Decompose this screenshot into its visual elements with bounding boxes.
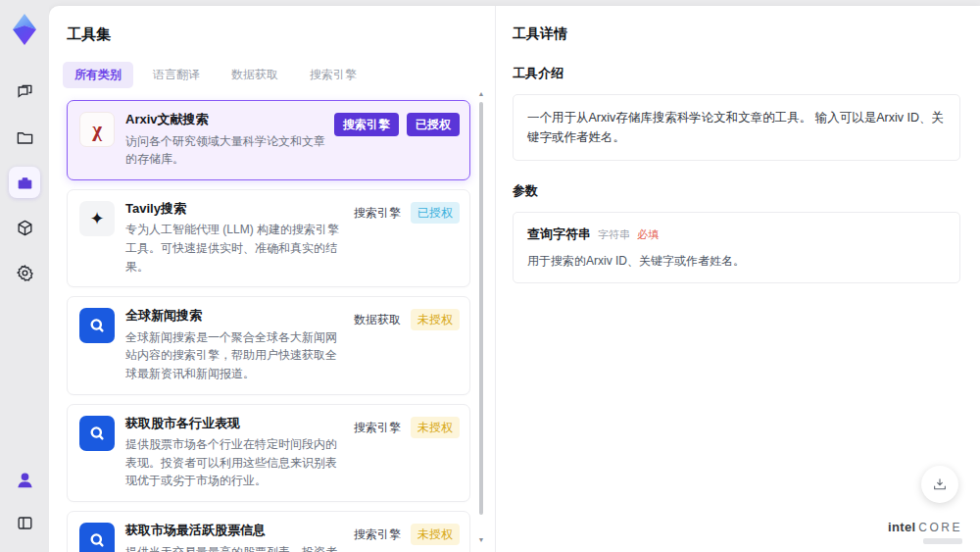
tool-title: 获取市场最活跃股票信息	[125, 523, 344, 538]
auth-status-badge: 已授权	[407, 113, 460, 136]
list-scrollbar[interactable]: ▲ ▼	[477, 90, 485, 544]
param-box: 查询字符串 字符串 必填 用于搜索的Arxiv ID、关键字或作者姓名。	[513, 212, 960, 283]
folder-icon	[16, 128, 34, 147]
category-badge: 搜索引擎	[352, 202, 403, 224]
param-type: 字符串	[598, 227, 630, 242]
tool-detail-panel: 工具详情 工具介绍 一个用于从Arxiv存储库搜索科学论文和文章的工具。 输入可…	[496, 6, 980, 552]
detail-title: 工具详情	[513, 25, 960, 43]
sidebar-item-files[interactable]	[9, 122, 40, 153]
cube-icon	[16, 219, 34, 237]
param-required-flag: 必填	[637, 227, 659, 242]
sidebar-item-account[interactable]	[9, 464, 40, 495]
tab-all-categories[interactable]: 所有类别	[63, 62, 133, 88]
tool-title: 全球新闻搜索	[125, 308, 344, 324]
param-description: 用于搜索的Arxiv ID、关键字或作者姓名。	[527, 252, 946, 270]
auth-status-badge: 未授权	[411, 309, 460, 330]
chat-icon	[16, 83, 34, 102]
intro-text: 一个用于从Arxiv存储库搜索科学论文和文章的工具。 输入可以是Arxiv ID…	[527, 108, 946, 147]
tool-title: Arxiv文献搜索	[125, 112, 326, 127]
search-app-icon	[79, 308, 115, 343]
category-badge: 搜索引擎	[334, 113, 399, 136]
tool-card-global-news[interactable]: 全球新闻搜索 全球新闻搜索是一个聚合全球各大新闻网站内容的搜索引擎，帮助用户快速…	[67, 296, 470, 394]
processor-badge	[923, 538, 962, 544]
toolbox-icon	[16, 174, 34, 192]
auth-status-badge: 未授权	[411, 417, 460, 438]
intel-brand-text: intel	[888, 520, 915, 534]
category-tabs: 所有类别 语言翻译 数据获取 搜索引擎	[63, 62, 495, 88]
sidebar-item-toolbox[interactable]	[9, 167, 40, 198]
tool-card-most-active-stocks[interactable]: 获取市场最活跃股票信息 提供当天交易量最高的股票列表，投资者可以利用这些信息来识…	[67, 511, 470, 552]
scroll-up-icon[interactable]: ▲	[477, 90, 485, 98]
intro-heading: 工具介绍	[513, 65, 960, 82]
tool-title: 获取股市各行业表现	[125, 416, 344, 431]
tab-search-engine[interactable]: 搜索引擎	[298, 62, 368, 88]
category-badge: 数据获取	[352, 309, 403, 330]
core-brand-text: CORE	[918, 521, 962, 534]
scrollbar-thumb[interactable]	[479, 102, 483, 515]
sidebar-item-panel-toggle[interactable]	[9, 507, 40, 538]
tool-description: 提供股票市场各个行业在特定时间段内的表现。投资者可以利用这些信息来识别表现优于或…	[125, 435, 344, 490]
user-icon	[16, 471, 34, 489]
download-icon	[932, 477, 948, 492]
params-heading: 参数	[513, 182, 960, 200]
category-badge: 搜索引擎	[352, 524, 403, 545]
gear-icon	[16, 264, 34, 282]
sidebar-item-settings[interactable]	[9, 257, 40, 288]
tool-card-tavily[interactable]: ✦ Tavily搜索 专为人工智能代理 (LLM) 构建的搜索引擎工具。可快速提…	[67, 189, 470, 287]
tool-card-sector-performance[interactable]: 获取股市各行业表现 提供股票市场各个行业在特定时间段内的表现。投资者可以利用这些…	[67, 404, 470, 502]
sidebar-item-chat[interactable]	[9, 76, 40, 108]
main-window: 工具集 所有类别 语言翻译 数据获取 搜索引擎 χ Arxiv文献搜索 访问各个…	[49, 6, 980, 552]
arxiv-logo-icon: χ	[79, 112, 115, 147]
page-title: 工具集	[67, 25, 495, 44]
scroll-down-icon[interactable]: ▼	[477, 536, 485, 544]
tab-language-translation[interactable]: 语言翻译	[141, 62, 212, 88]
param-name: 查询字符串	[527, 226, 591, 243]
app-logo-icon	[10, 13, 39, 46]
tool-description: 专为人工智能代理 (LLM) 构建的搜索引擎工具。可快速提供实时、准确和真实的结…	[125, 221, 344, 276]
tool-title: Tavily搜索	[125, 201, 344, 217]
auth-status-badge: 已授权	[411, 202, 460, 224]
search-app-icon	[79, 416, 115, 451]
auth-status-badge: 未授权	[411, 524, 460, 545]
category-badge: 搜索引擎	[352, 417, 403, 438]
tool-description: 访问各个研究领域大量科学论文和文章的存储库。	[125, 132, 326, 169]
tab-data-fetch[interactable]: 数据获取	[220, 62, 290, 88]
tavily-star-icon: ✦	[79, 201, 115, 236]
tool-card-arxiv[interactable]: χ Arxiv文献搜索 访问各个研究领域大量科学论文和文章的存储库。 搜索引擎 …	[67, 100, 470, 180]
search-app-icon	[79, 523, 115, 552]
tool-card-list: χ Arxiv文献搜索 访问各个研究领域大量科学论文和文章的存储库。 搜索引擎 …	[67, 100, 470, 552]
intro-box: 一个用于从Arxiv存储库搜索科学论文和文章的工具。 输入可以是Arxiv ID…	[513, 94, 960, 161]
download-button[interactable]	[921, 466, 958, 503]
intel-core-logo: intel CORE	[888, 520, 962, 534]
app-rail	[0, 0, 49, 552]
panel-toggle-icon	[16, 514, 34, 532]
tool-description: 提供当天交易量最高的股票列表，投资者可以利用这些信息来识别流动性强的股票和潜在的…	[125, 543, 344, 552]
sidebar-item-packages[interactable]	[9, 212, 40, 243]
tool-description: 全球新闻搜索是一个聚合全球各大新闻网站内容的搜索引擎，帮助用户快速获取全球最新资…	[125, 328, 344, 383]
tool-list-panel: 工具集 所有类别 语言翻译 数据获取 搜索引擎 χ Arxiv文献搜索 访问各个…	[49, 6, 495, 552]
